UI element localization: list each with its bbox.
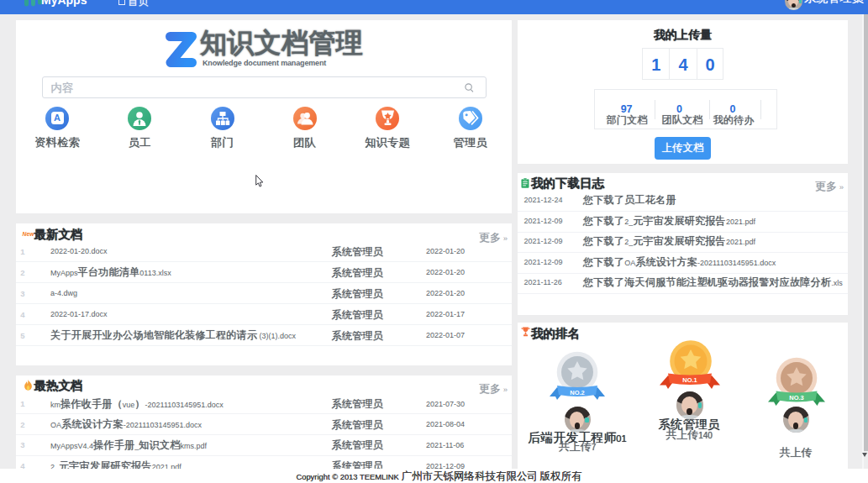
svg-text:NO.2: NO.2 bbox=[570, 389, 585, 396]
svg-text:NO.1: NO.1 bbox=[682, 376, 697, 384]
svg-text:NO.3: NO.3 bbox=[789, 394, 804, 402]
